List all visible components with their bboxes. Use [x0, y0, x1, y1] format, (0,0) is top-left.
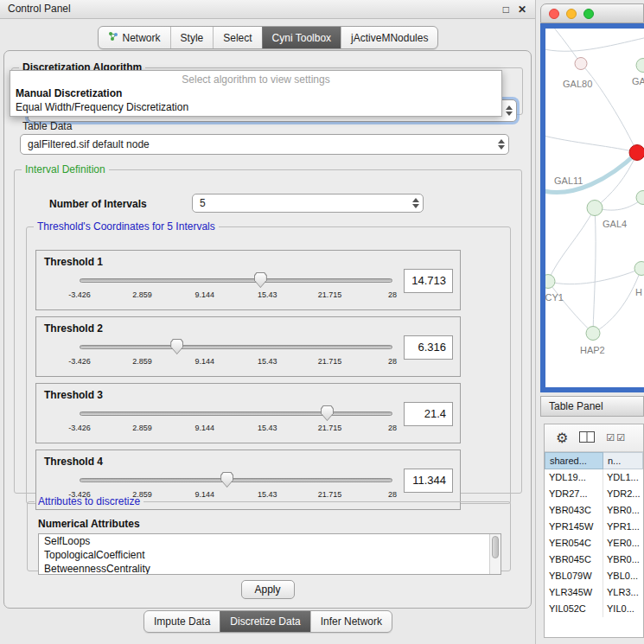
table-cell[interactable]: YLR3...	[603, 584, 643, 601]
table-row[interactable]: YPR145WYPR1...	[545, 519, 643, 535]
network-edge	[581, 64, 637, 153]
slider-track[interactable]	[80, 478, 392, 482]
table-cell[interactable]: YBL079W	[545, 568, 603, 584]
table-data-combobox[interactable]: galFiltered.sif default node	[20, 134, 509, 155]
tab-impute-data[interactable]: Impute Data	[144, 611, 220, 632]
threshold-2-value-field[interactable]: 6.316	[404, 335, 453, 360]
close-icon[interactable]: ✕	[518, 1, 526, 19]
tab-cyni-toolbox[interactable]: Cyni Toolbox	[262, 27, 341, 48]
table-cell[interactable]: YPR1...	[603, 519, 643, 535]
checkbox-filter-icons[interactable]: ☑☑	[606, 432, 627, 443]
table-row[interactable]: YIL052CYIL0...	[545, 601, 643, 617]
list-item-selfloops[interactable]: SelfLoops	[39, 534, 501, 548]
list-item-topologicalcoefficient[interactable]: TopologicalCoefficient	[39, 548, 501, 562]
slider-tick-labels: -3.426 2.859 9.144 15.43 21.715 28	[80, 424, 392, 434]
numerical-attributes-list: SelfLoops TopologicalCoefficient Between…	[38, 533, 501, 575]
tab-select[interactable]: Select	[213, 27, 261, 48]
slider-thumb[interactable]	[220, 472, 233, 488]
checkbox-icon[interactable]: ☑	[616, 432, 627, 443]
number-of-intervals-value: 5	[193, 197, 408, 209]
chevron-up-down-icon[interactable]	[501, 105, 516, 116]
tick-label: 15.43	[258, 290, 277, 299]
table-cell[interactable]: YDR27...	[545, 486, 603, 502]
tab-style[interactable]: Style	[170, 27, 214, 48]
threshold-3-slider[interactable]	[80, 405, 392, 422]
mac-close-button[interactable]	[549, 9, 559, 19]
network-edge	[593, 208, 596, 334]
table-cell[interactable]: YDL1...	[603, 469, 643, 486]
table-cell[interactable]: YDL19...	[545, 469, 603, 486]
table-cell[interactable]: YER0...	[603, 535, 643, 552]
network-node-hap2[interactable]	[586, 327, 600, 341]
network-node[interactable]	[636, 59, 644, 73]
mac-minimize-button[interactable]	[566, 9, 577, 19]
window-title: Control Panel	[8, 3, 71, 15]
table-row[interactable]: YER054CYER0...	[545, 535, 643, 552]
tab-jactivemnodules[interactable]: jActiveMNodules	[341, 27, 437, 48]
table-cell[interactable]: YIL052C	[545, 601, 603, 617]
slider-track[interactable]	[80, 345, 392, 349]
network-node-gal4[interactable]	[587, 201, 603, 216]
tab-infer-network[interactable]: Infer Network	[310, 611, 392, 632]
network-canvas[interactable]: GAL80 GA GAL11 GAL4 GCY1 H HAP2	[545, 29, 644, 387]
threshold-3-value-field[interactable]: 21.4	[404, 402, 453, 426]
chevron-up-down-icon[interactable]	[494, 139, 508, 150]
attributes-to-discretize-title: Attributes to discretize	[35, 495, 143, 507]
slider-thumb[interactable]	[254, 272, 267, 288]
top-tabbar: Network Style Select Cyni Toolbox jActiv…	[98, 26, 439, 49]
table-row[interactable]: YBR043CYBR0...	[545, 502, 643, 519]
columns-icon[interactable]	[579, 430, 595, 446]
cyni-toolbox-panel: Discretization Algorithm Select algorith…	[3, 50, 532, 609]
table-cell[interactable]: YPR145W	[545, 519, 603, 535]
table-row[interactable]: YDL19...YDL1...	[545, 469, 643, 486]
tab-discretize-data-label: Discretize Data	[230, 615, 300, 628]
scrollbar-thumb[interactable]	[492, 536, 499, 558]
table-cell[interactable]: YER054C	[545, 535, 603, 552]
slider-track[interactable]	[80, 411, 392, 416]
table-cell[interactable]: YBR0...	[603, 552, 643, 568]
column-header-shared-name[interactable]: shared...	[545, 452, 603, 469]
threshold-2-slider[interactable]	[80, 338, 392, 355]
chevron-up-down-icon[interactable]	[408, 198, 423, 208]
network-node-gcy1[interactable]	[545, 275, 555, 289]
threshold-1-slider[interactable]	[80, 271, 392, 289]
slider-thumb[interactable]	[321, 405, 334, 421]
table-cell[interactable]: YDR2...	[603, 486, 643, 502]
slider-track[interactable]	[80, 278, 392, 283]
number-of-intervals-combobox[interactable]: 5	[192, 194, 424, 213]
table-cell[interactable]: YBL0...	[603, 568, 643, 584]
table-cell[interactable]: YBR045C	[545, 552, 603, 568]
tab-discretize-data[interactable]: Discretize Data	[220, 611, 309, 632]
slider-thumb[interactable]	[170, 339, 183, 354]
network-node-gal80[interactable]	[575, 58, 587, 70]
column-header-name[interactable]: n...	[603, 452, 643, 469]
control-panel-titlebar: Control Panel □ ✕	[0, 0, 535, 19]
network-node-selected-red[interactable]	[629, 145, 644, 161]
mac-zoom-button[interactable]	[583, 9, 594, 19]
table-cell[interactable]: YBR043C	[545, 502, 603, 519]
list-item-betweennesscentrality[interactable]: BetweennessCentrality	[39, 562, 501, 575]
threshold-1-value-field[interactable]: 14.713	[404, 269, 453, 293]
threshold-4-slider[interactable]	[80, 471, 392, 488]
apply-button[interactable]: Apply	[240, 580, 294, 599]
table-cell[interactable]: YIL0...	[603, 601, 643, 617]
tab-jactivemnodules-label: jActiveMNodules	[351, 32, 428, 44]
settings-gear-icon[interactable]: ⚙	[556, 431, 568, 445]
table-row[interactable]: YBR045CYBR0...	[545, 552, 643, 568]
network-node[interactable]	[634, 262, 644, 276]
table-row[interactable]: YLR345WYLR3...	[545, 584, 643, 601]
float-window-icon[interactable]: □	[503, 1, 509, 19]
threshold-4-value-field[interactable]: 11.344	[404, 469, 453, 493]
list-scrollbar[interactable]	[489, 534, 501, 574]
dropdown-option-manual-discretization[interactable]: Manual Discretization	[10, 86, 501, 100]
table-cell[interactable]: YBR0...	[603, 502, 643, 519]
network-graph[interactable]: GAL80 GA GAL11 GAL4 GCY1 H HAP2	[545, 29, 644, 387]
table-row[interactable]: YBL079WYBL0...	[545, 568, 643, 584]
numerical-attributes-label: Numerical Attributes	[38, 518, 140, 530]
table-cell[interactable]: YLR345W	[545, 584, 603, 601]
tab-network[interactable]: Network	[99, 27, 170, 48]
checkbox-icon[interactable]: ☑	[606, 432, 616, 443]
dropdown-option-equal-width[interactable]: Equal Width/Frequency Discretization	[10, 100, 501, 114]
table-row[interactable]: YDR27...YDR2...	[545, 486, 643, 502]
network-edge	[545, 38, 644, 52]
